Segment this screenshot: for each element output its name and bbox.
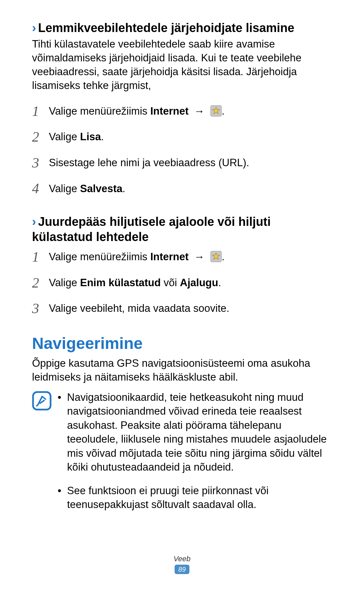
step-number: 3 (32, 299, 49, 318)
step-bold: Internet (150, 251, 189, 263)
step-bold: Lisa (80, 131, 101, 143)
arrow-icon: → (191, 251, 208, 263)
step-bold: Ajalugu (180, 277, 218, 289)
step-item: 2 Valige Lisa. (32, 128, 332, 146)
step-item: 2 Valige Enim külastatud või Ajalugu. (32, 274, 332, 292)
step-item: 1 Valige menüürežiimis Internet → . (32, 248, 332, 266)
star-icon (210, 251, 222, 262)
section2-heading-text: Juurdepääs hiljutisele ajaloole või hilj… (32, 215, 271, 244)
step-text: Valige Enim külastatud või Ajalugu. (49, 276, 332, 290)
step-prefix: Valige (49, 277, 80, 289)
section1-heading: ›Lemmikveebilehtedele järjehoidjate lisa… (32, 20, 332, 35)
section2-heading: ›Juurdepääs hiljutisele ajaloole või hil… (32, 214, 332, 244)
note-block: Navigatsioonikaardid, teie hetkeasukoht … (32, 390, 332, 521)
step-number: 2 (32, 128, 49, 146)
step-number: 1 (32, 102, 49, 121)
note-item: Navigatsioonikaardid, teie hetkeasukoht … (57, 390, 332, 474)
step-number: 4 (32, 179, 49, 198)
page-number-badge: 89 (175, 565, 189, 574)
note-icon (32, 391, 52, 411)
step-text: Valige veebileht, mida vaadata soovite. (49, 302, 332, 315)
step-text: Valige menüürežiimis Internet → . (49, 105, 332, 118)
step-text: Valige Salvesta. (49, 182, 332, 196)
svg-rect-4 (33, 392, 51, 410)
star-icon (210, 105, 222, 117)
footer: Veeb 89 (0, 555, 364, 574)
step-prefix: Valige menüürežiimis (49, 251, 150, 263)
section1-body: Tihti külastavatele veebilehtedele saab … (32, 37, 332, 93)
chevron-icon: › (32, 215, 36, 229)
nav-body: Õppige kasutama GPS navigatsioonisüsteem… (32, 357, 332, 384)
step-bold: Internet (150, 105, 189, 117)
step-prefix: Valige menüürežiimis (49, 105, 150, 117)
step-item: 1 Valige menüürežiimis Internet → . (32, 102, 332, 121)
step-number: 3 (32, 154, 49, 172)
note-list: Navigatsioonikaardid, teie hetkeasukoht … (57, 390, 332, 521)
step-text: Valige menüürežiimis Internet → . (49, 250, 332, 264)
step-number: 2 (32, 274, 49, 292)
note-item: See funktsioon ei pruugi teie piirkonnas… (57, 484, 332, 512)
chevron-icon: › (32, 21, 36, 35)
step-mid: või (161, 277, 180, 289)
nav-heading: Navigeerimine (32, 334, 332, 353)
step-suffix: . (101, 131, 104, 143)
step-item: 3 Valige veebileht, mida vaadata soovite… (32, 299, 332, 318)
section1-heading-text: Lemmikveebilehtedele järjehoidjate lisam… (38, 21, 294, 35)
step-text: Valige Lisa. (49, 130, 332, 144)
footer-label: Veeb (0, 555, 364, 563)
section2-heading-inner: Juurdepääs hiljutisele ajaloole või hilj… (32, 215, 271, 244)
step-item: 3 Sisestage lehe nimi ja veebiaadress (U… (32, 154, 332, 172)
step-text: Sisestage lehe nimi ja veebiaadress (URL… (49, 156, 332, 170)
step-bold: Enim külastatud (80, 277, 161, 289)
step-prefix: Valige (49, 183, 80, 195)
arrow-icon: → (191, 105, 208, 117)
section1-steps: 1 Valige menüürežiimis Internet → . 2 Va… (32, 102, 332, 198)
step-suffix: . (218, 277, 221, 289)
step-suffix: . (222, 105, 225, 117)
step-suffix: . (122, 183, 125, 195)
step-suffix: . (222, 251, 225, 263)
step-item: 4 Valige Salvesta. (32, 179, 332, 198)
page-content: ›Lemmikveebilehtedele järjehoidjate lisa… (0, 0, 364, 521)
step-number: 1 (32, 248, 49, 266)
section2-steps: 1 Valige menüürežiimis Internet → . 2 Va… (32, 248, 332, 318)
step-prefix: Valige (49, 131, 80, 143)
step-bold: Salvesta (80, 183, 123, 195)
